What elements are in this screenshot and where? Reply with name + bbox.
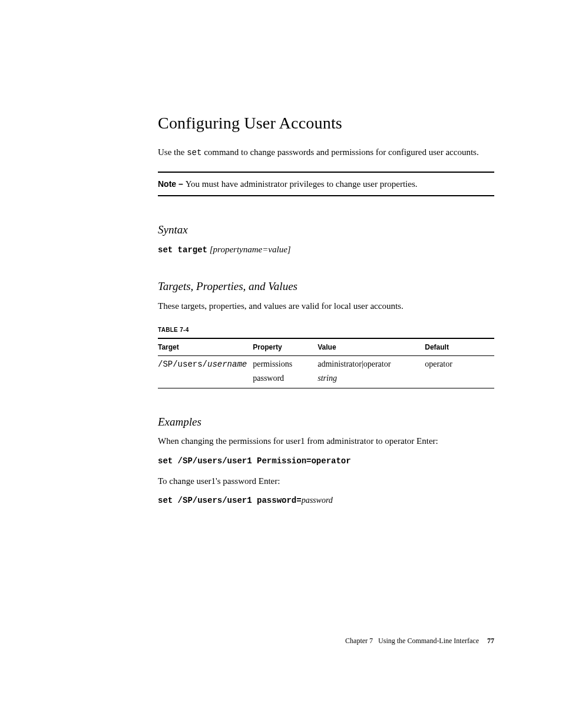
target-username: username <box>207 360 247 369</box>
example-text-1: When changing the permissions for user1 … <box>158 435 494 447</box>
properties-table: Target Property Value Default /SP/users/… <box>158 338 494 388</box>
table-row: password string <box>158 370 494 388</box>
note-label: Note – <box>158 179 186 189</box>
section-title: Configuring User Accounts <box>158 112 494 134</box>
cell-default: operator <box>425 356 494 370</box>
table-caption: TABLE 7-4 <box>158 326 494 334</box>
note-box: Note – You must have administrator privi… <box>158 172 494 196</box>
example-command-1: set /SP/users/user1 Permission=operator <box>158 456 494 467</box>
th-target: Target <box>158 338 253 356</box>
syntax-command: set target <box>158 245 207 255</box>
syntax-line: set target [propertyname=value] <box>158 243 494 256</box>
note-text: You must have administrator privileges t… <box>186 179 418 189</box>
examples-heading: Examples <box>158 414 494 430</box>
syntax-arg: [propertyname=value] <box>207 245 291 254</box>
table-header-row: Target Property Value Default <box>158 338 494 356</box>
footer-chapter: Chapter 7 <box>345 637 373 645</box>
intro-command: set <box>187 148 201 157</box>
page-footer: Chapter 7 Using the Command-Line Interfa… <box>158 636 494 645</box>
cell-default <box>425 370 494 388</box>
th-default: Default <box>425 338 494 356</box>
footer-page-number: 77 <box>487 637 494 645</box>
cell-value: administrator|operator <box>318 356 425 370</box>
example-command-2b: password <box>302 496 333 505</box>
target-path: /SP/users/ <box>158 360 207 369</box>
example-text-2: To change user1's password Enter: <box>158 475 494 487</box>
example-command-2a: set /SP/users/user1 password= <box>158 496 302 505</box>
example-command-2: set /SP/users/user1 password=password <box>158 495 494 506</box>
intro-paragraph: Use the set command to change passwords … <box>158 146 494 159</box>
cell-property: permissions <box>253 356 318 370</box>
tpv-intro: These targets, properties, and values ar… <box>158 300 494 312</box>
cell-value: string <box>318 370 425 388</box>
th-value: Value <box>318 338 425 356</box>
intro-text-a: Use the <box>158 147 187 157</box>
cell-property: password <box>253 370 318 388</box>
cell-target <box>158 370 253 388</box>
footer-title: Using the Command-Line Interface <box>378 637 479 645</box>
tpv-heading: Targets, Properties, and Values <box>158 279 494 294</box>
intro-text-b: command to change passwords and permissi… <box>201 147 478 157</box>
th-property: Property <box>253 338 318 356</box>
cell-target: /SP/users/username <box>158 356 253 370</box>
page: Configuring User Accounts Use the set co… <box>0 0 562 728</box>
table-row: /SP/users/username permissions administr… <box>158 356 494 370</box>
syntax-heading: Syntax <box>158 222 494 238</box>
